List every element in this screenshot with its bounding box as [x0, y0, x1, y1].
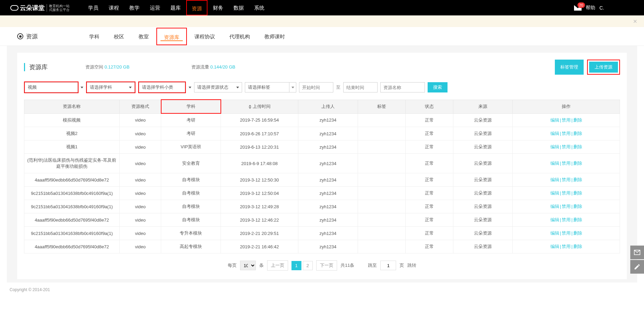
filter-subject-sub[interactable]: 请选择学科小类 [139, 82, 185, 92]
cell: 云朵资源 [453, 227, 513, 240]
close-icon[interactable]: × [633, 17, 637, 25]
edit-link[interactable]: 编辑 [550, 117, 559, 123]
search-button[interactable]: 搜索 [428, 82, 448, 92]
cell: 2019-2-21 16:46:42 [221, 240, 298, 253]
ops-cell: 编辑|禁用|删除 [513, 140, 620, 154]
prev-page-button[interactable]: 上一页 [267, 260, 288, 271]
upload-highlight: 上传资源 [587, 60, 620, 75]
edit-link[interactable]: 编辑 [550, 161, 559, 166]
topnav-item-3[interactable]: 运营 [145, 0, 165, 15]
cell: 4aaaff5f90edbb66d50d7695f40d8e72 [24, 173, 120, 187]
delete-link[interactable]: 删除 [573, 190, 582, 196]
disable-link[interactable]: 禁用 [562, 144, 571, 149]
cell: 自考模块 [161, 200, 221, 213]
edit-link[interactable]: 编辑 [550, 131, 559, 136]
cell: video [119, 113, 161, 127]
filter-start-date[interactable] [299, 82, 333, 92]
logo: 云朵课堂 教育机构一站式服务云平台 [10, 4, 70, 12]
user-menu[interactable]: C. [599, 5, 634, 11]
delete-link[interactable]: 删除 [573, 144, 582, 149]
th-3[interactable]: 上传时间 [221, 100, 298, 113]
subnav-item-5[interactable]: 代理机构 [223, 27, 257, 46]
cell [358, 200, 405, 213]
delete-link[interactable]: 删除 [573, 177, 582, 182]
topnav-item-8[interactable]: 系统 [249, 0, 269, 15]
help-link[interactable]: 帮助 [586, 5, 595, 11]
topnav-item-6[interactable]: 财务 [208, 0, 228, 15]
subnav-item-0[interactable]: 学科 [82, 27, 106, 46]
float-mail-button[interactable] [630, 246, 644, 259]
table-row: 视频1videoVIP英语班2019-6-13 12:20:31zyh1234正… [24, 140, 620, 154]
subnav-item-3[interactable]: 资源库 [156, 28, 187, 45]
page-2[interactable]: 2 [303, 261, 313, 270]
subnav-item-4[interactable]: 课程协议 [188, 27, 222, 46]
topnav-item-5[interactable]: 资源 [186, 0, 207, 15]
edit-link[interactable]: 编辑 [550, 204, 559, 209]
disable-link[interactable]: 禁用 [562, 131, 571, 136]
filter-name[interactable] [380, 82, 425, 92]
edit-link[interactable]: 编辑 [550, 190, 559, 196]
unit-label: 条 [259, 262, 264, 269]
cell: 正常 [405, 140, 453, 154]
subnav-item-6[interactable]: 教师课时 [258, 27, 292, 46]
page-1[interactable]: 1 [291, 261, 301, 270]
subnav-wrap: 资源 学科校区教室资源库课程协议代理机构教师课时 [0, 27, 644, 46]
table-header-row: 资源名称资源格式学科上传时间上传人标签状态来源操作 [24, 100, 620, 113]
disable-link[interactable]: 禁用 [562, 244, 571, 249]
disable-link[interactable]: 禁用 [562, 161, 571, 166]
cell: 正常 [405, 173, 453, 187]
delete-link[interactable]: 删除 [573, 244, 582, 249]
chevron-down-icon [189, 87, 191, 88]
disable-link[interactable]: 禁用 [562, 230, 571, 236]
mail-button[interactable]: 20 [574, 5, 582, 11]
filter-tag[interactable]: 请选择标签 [245, 82, 296, 92]
next-page-button[interactable]: 下一页 [316, 260, 337, 271]
edit-link[interactable]: 编辑 [550, 144, 559, 149]
topnav-item-7[interactable]: 数据 [229, 0, 249, 15]
jump-input[interactable] [380, 261, 396, 270]
filter-type[interactable]: 视频 [25, 82, 78, 92]
disable-link[interactable]: 禁用 [562, 117, 571, 123]
cell: 4aaaff5f90edbb66d50d7695f40d8e72 [24, 213, 120, 227]
topnav-item-2[interactable]: 教学 [124, 0, 144, 15]
subnav-item-2[interactable]: 教室 [132, 27, 156, 46]
filter-status[interactable]: 请选择资源状态 [194, 82, 242, 92]
float-edit-button[interactable] [630, 260, 644, 274]
jump-button[interactable]: 跳转 [407, 262, 416, 269]
delete-link[interactable]: 删除 [573, 204, 582, 209]
disable-link[interactable]: 禁用 [562, 177, 571, 182]
topnav-item-0[interactable]: 学员 [83, 0, 103, 15]
logo-text: 云朵课堂 [20, 4, 45, 12]
edit-link[interactable]: 编辑 [550, 244, 559, 249]
per-page-select[interactable]: 10 [240, 261, 256, 270]
filter-subject[interactable]: 请选择学科 [87, 82, 135, 92]
edit-link[interactable]: 编辑 [550, 177, 559, 182]
subnav-item-1[interactable]: 校区 [107, 27, 131, 46]
edit-link[interactable]: 编辑 [550, 230, 559, 236]
topnav-item-1[interactable]: 课程 [104, 0, 124, 15]
delete-link[interactable]: 删除 [573, 117, 582, 123]
cell: 正常 [405, 127, 453, 140]
table-row: 9c2151bb5a013041638bfb0c49160f9a(1)video… [24, 227, 620, 240]
delete-link[interactable]: 删除 [573, 230, 582, 236]
topnav-item-4[interactable]: 题库 [166, 0, 186, 15]
cell: 云朵资源 [453, 154, 513, 173]
filter-end-date[interactable] [343, 82, 378, 92]
cell [358, 140, 405, 154]
tag-manage-button[interactable]: 标签管理 [555, 60, 584, 75]
edit-link[interactable]: 编辑 [550, 217, 559, 222]
upload-button[interactable]: 上传资源 [589, 62, 618, 73]
disable-link[interactable]: 禁用 [562, 204, 571, 209]
float-side [630, 246, 644, 274]
cell: 正常 [405, 187, 453, 200]
content: 资源库 资源空间 0.127/20 GB 资源流量 0.144/20 GB 标签… [7, 46, 637, 283]
delete-link[interactable]: 删除 [573, 161, 582, 166]
disable-link[interactable]: 禁用 [562, 190, 571, 196]
cell: 9c2151bb5a013041638bfb0c49160f9a(1) [24, 200, 120, 213]
delete-link[interactable]: 删除 [573, 131, 582, 136]
disable-link[interactable]: 禁用 [562, 217, 571, 222]
cell: 2019-7-25 16:59:54 [221, 113, 298, 127]
mail-icon [634, 249, 641, 256]
th-8: 操作 [513, 100, 620, 113]
delete-link[interactable]: 删除 [573, 217, 582, 222]
